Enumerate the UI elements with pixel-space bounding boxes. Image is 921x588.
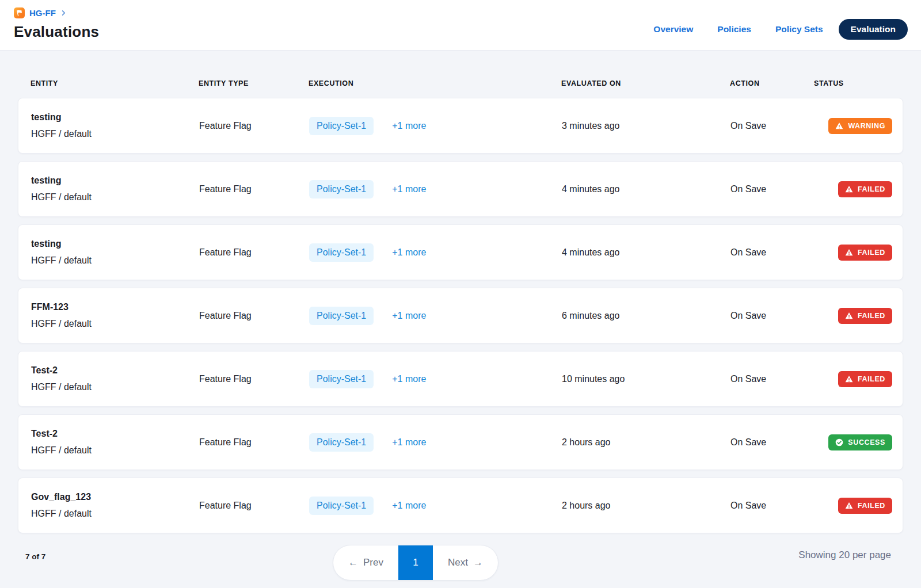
execution-cell: Policy-Set-1 +1 more [309,180,562,198]
more-policies-link[interactable]: +1 more [392,374,426,384]
entity-cell: Gov_flag_123 HGFF / default [31,492,199,519]
evaluated-on-cell: 4 minutes ago [562,247,730,258]
entity-type-cell: Feature Flag [199,311,309,321]
header-left: HG-FF Evaluations [14,6,99,41]
entity-name: FFM-123 [31,302,199,312]
entity-name: Test-2 [31,365,199,376]
entity-scope: HGFF / default [31,192,199,203]
table-rows: testing HGFF / default Feature Flag Poli… [18,98,903,533]
action-cell: On Save [730,437,815,448]
entity-cell: testing HGFF / default [31,239,199,266]
execution-cell: Policy-Set-1 +1 more [309,243,562,262]
execution-cell: Policy-Set-1 +1 more [309,433,562,452]
status-badge-label: FAILED [858,502,885,510]
breadcrumb: HG-FF [14,6,99,19]
column-header-action: ACTION [730,79,814,87]
more-policies-link[interactable]: +1 more [392,311,426,321]
arrow-right-icon: → [473,557,483,568]
policy-set-chip[interactable]: Policy-Set-1 [309,433,374,452]
status-badge-label: FAILED [858,249,885,257]
entity-type-cell: Feature Flag [199,437,309,448]
warning-triangle-icon [845,249,853,257]
tab-overview[interactable]: Overview [653,24,693,35]
policy-set-chip[interactable]: Policy-Set-1 [309,117,374,135]
tab-evaluation[interactable]: Evaluation [839,19,908,40]
action-cell: On Save [730,184,815,194]
policy-set-chip[interactable]: Policy-Set-1 [309,180,374,198]
table-footer: 7 of 7 ← Prev 1 Next → Showing 20 per pa… [18,533,903,588]
status-badge-label: WARNING [848,122,885,130]
more-policies-link[interactable]: +1 more [392,184,426,194]
entity-name: testing [31,175,199,186]
more-policies-link[interactable]: +1 more [392,121,426,131]
entity-name: Test-2 [31,429,199,439]
status-cell: FAILED [838,245,892,261]
status-cell: FAILED [838,308,892,324]
more-policies-link[interactable]: +1 more [392,437,426,448]
table-row[interactable]: Gov_flag_123 HGFF / default Feature Flag… [18,478,903,533]
action-cell: On Save [730,121,815,131]
prev-page-label: Prev [363,557,383,568]
execution-cell: Policy-Set-1 +1 more [309,370,562,388]
evaluated-on-cell: 4 minutes ago [562,184,730,194]
table-row[interactable]: testing HGFF / default Feature Flag Poli… [18,224,903,280]
status-badge: FAILED [838,181,892,197]
entity-name: testing [31,239,199,249]
evaluated-on-cell: 10 minutes ago [562,374,730,384]
evaluated-on-cell: 2 hours ago [562,501,730,511]
table-row[interactable]: Test-2 HGFF / default Feature Flag Polic… [18,351,903,407]
warning-triangle-icon [845,502,853,510]
table-row[interactable]: testing HGFF / default Feature Flag Poli… [18,98,903,154]
status-cell: WARNING [828,118,892,134]
breadcrumb-project-link[interactable]: HG-FF [29,8,56,18]
entity-cell: Test-2 HGFF / default [31,429,199,456]
policy-set-chip[interactable]: Policy-Set-1 [309,307,374,325]
status-badge: WARNING [828,118,892,134]
table-header: ENTITY ENTITY TYPE EXECUTION EVALUATED O… [18,51,903,98]
table-row[interactable]: FFM-123 HGFF / default Feature Flag Poli… [18,288,903,343]
action-cell: On Save [730,247,815,258]
page-title: Evaluations [14,23,99,41]
top-bar: HG-FF Evaluations Overview Policies Poli… [0,0,921,51]
column-header-evaluated-on: EVALUATED ON [561,79,730,87]
policy-set-chip[interactable]: Policy-Set-1 [309,243,374,262]
status-badge-label: FAILED [858,185,885,193]
next-page-button[interactable]: Next → [433,545,498,580]
table-row[interactable]: testing HGFF / default Feature Flag Poli… [18,161,903,217]
next-page-label: Next [448,557,468,568]
execution-cell: Policy-Set-1 +1 more [309,307,562,325]
status-badge-label: FAILED [858,312,885,320]
column-header-execution: EXECUTION [309,79,561,87]
warning-triangle-icon [845,312,853,320]
column-header-status: STATUS [814,79,893,87]
status-badge: SUCCESS [828,434,892,450]
entity-type-cell: Feature Flag [199,121,309,131]
execution-cell: Policy-Set-1 +1 more [309,117,562,135]
action-cell: On Save [730,501,815,511]
entity-name: Gov_flag_123 [31,492,199,502]
entity-scope: HGFF / default [31,319,199,329]
evaluated-on-cell: 6 minutes ago [562,311,730,321]
status-cell: SUCCESS [828,434,892,450]
more-policies-link[interactable]: +1 more [392,247,426,258]
table-row[interactable]: Test-2 HGFF / default Feature Flag Polic… [18,414,903,470]
status-badge: FAILED [838,371,892,387]
policy-set-chip[interactable]: Policy-Set-1 [309,497,374,515]
prev-page-button[interactable]: ← Prev [333,545,398,580]
evaluated-on-cell: 3 minutes ago [562,121,730,131]
evaluations-table: ENTITY ENTITY TYPE EXECUTION EVALUATED O… [0,51,921,588]
entity-name: testing [31,112,199,123]
more-policies-link[interactable]: +1 more [392,501,426,511]
pagination: ← Prev 1 Next → [333,545,498,581]
column-header-entity: ENTITY [31,79,199,87]
policy-set-chip[interactable]: Policy-Set-1 [309,370,374,388]
tab-policies[interactable]: Policies [717,24,751,35]
entity-type-cell: Feature Flag [199,501,309,511]
tab-policy-sets[interactable]: Policy Sets [775,24,823,35]
feature-flag-module-icon [14,7,25,18]
page-1-button[interactable]: 1 [398,545,433,580]
warning-triangle-icon [845,185,853,193]
action-cell: On Save [730,374,815,384]
execution-cell: Policy-Set-1 +1 more [309,497,562,515]
status-badge-label: FAILED [858,375,885,383]
